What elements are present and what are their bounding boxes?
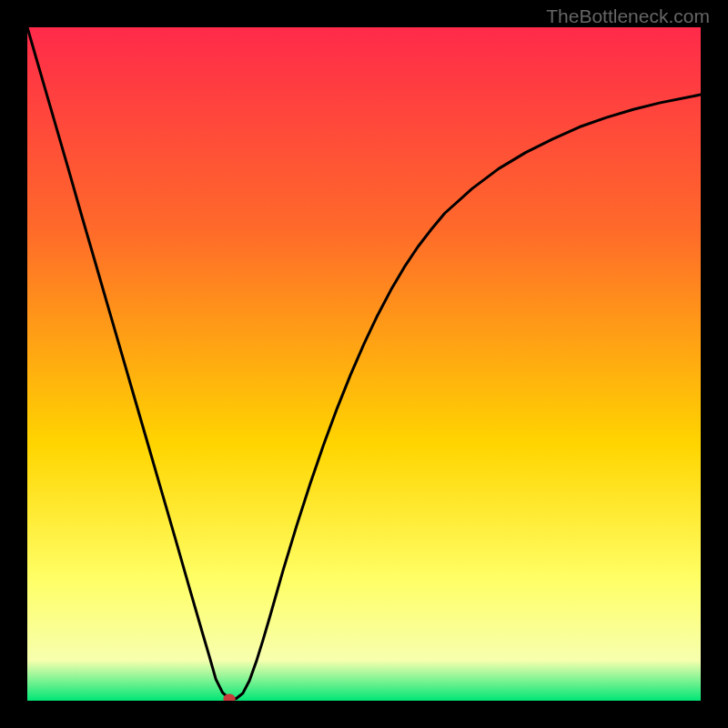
chart-container: TheBottleneck.com bbox=[0, 0, 728, 728]
plot-area bbox=[27, 27, 701, 701]
gradient-background bbox=[27, 27, 701, 701]
watermark-text: TheBottleneck.com bbox=[546, 5, 710, 27]
bottleneck-chart bbox=[27, 27, 701, 701]
